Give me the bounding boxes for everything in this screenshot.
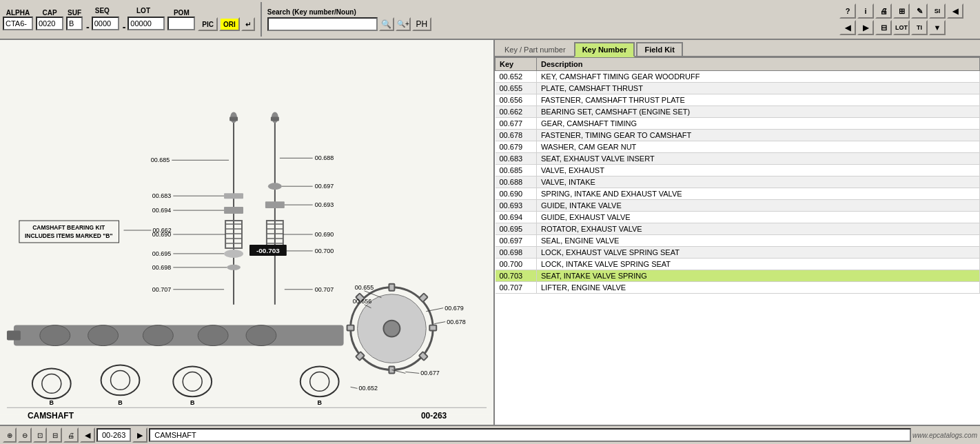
pom-group: POM [167, 9, 195, 30]
table-row[interactable]: 00.655PLATE, CAMSHAFT THRUST [496, 83, 980, 94]
svg-rect-37 [389, 366, 394, 373]
suf-input[interactable] [66, 17, 83, 30]
tab-field-kit[interactable]: Field Kit [636, 42, 682, 56]
svg-text:00.662: 00.662 [152, 227, 171, 234]
table-row[interactable]: 00.683SEAT, EXHAUST VALVE INSERT [496, 153, 980, 165]
cell-key: 00.707 [496, 282, 537, 294]
search-row: 🔍 🔍+ PH [267, 17, 431, 31]
alpha-input[interactable] [3, 17, 33, 30]
cell-description: PLATE, CAMSHAFT THRUST [537, 83, 980, 94]
suf-group: SUF [66, 9, 83, 30]
svg-text:00.690: 00.690 [315, 231, 334, 238]
svg-text:00.678: 00.678 [447, 319, 465, 325]
cell-description: LOCK, EXHAUST VALVE SPRING SEAT [537, 247, 980, 259]
table-row[interactable]: 00.697SEAL, ENGINE VALVE [496, 235, 980, 247]
cell-description: FASTENER, CAMSHAFT THRUST PLATE [537, 94, 980, 106]
lot-input[interactable] [127, 17, 165, 30]
alpha-label: ALPHA [6, 9, 30, 17]
table-row[interactable]: 00.679WASHER, CAM GEAR NUT [496, 141, 980, 153]
arrow-button[interactable]: ↵ [241, 17, 255, 31]
info-icon-btn[interactable]: i [857, 3, 874, 19]
pom-input[interactable] [167, 17, 195, 30]
si-btn[interactable]: SI [929, 3, 946, 19]
svg-point-28 [88, 325, 119, 346]
cell-key: 00.700 [496, 259, 537, 270]
cell-key: 00.694 [496, 212, 537, 223]
print-icon-btn[interactable]: 🖨 [875, 3, 892, 19]
cell-key: 00.697 [496, 235, 537, 247]
svg-text:B: B [317, 399, 322, 406]
svg-text:00.656: 00.656 [353, 298, 371, 305]
seq-label: SEQ [95, 7, 110, 14]
search-button[interactable]: 🔍 [379, 17, 394, 31]
print-status-btn[interactable]: 🖨 [63, 427, 79, 443]
cell-description: BEARING SET, CAMSHAFT (ENGINE SET) [537, 106, 980, 118]
svg-text:00.693: 00.693 [315, 201, 334, 208]
svg-text:B: B [50, 399, 54, 406]
cell-description: SEAT, EXHAUST VALVE INSERT [537, 153, 980, 165]
table-row[interactable]: 00.656FASTENER, CAMSHAFT THRUST PLATE [496, 94, 980, 106]
table-row[interactable]: 00.695ROTATOR, EXHAUST VALVE [496, 223, 980, 235]
help-icon-btn[interactable]: ? [839, 3, 856, 19]
svg-point-27 [40, 325, 70, 346]
thumbnail-btn[interactable]: ⊟ [48, 427, 62, 443]
prev-btn[interactable]: ◀ [839, 20, 856, 35]
search-section: Search (Key number/Noun) 🔍 🔍+ PH [267, 8, 431, 31]
table-row[interactable]: 00.707LIFTER, ENGINE VALVE [496, 282, 980, 294]
cap-group: CAP [36, 9, 63, 30]
table-row[interactable]: 00.662BEARING SET, CAMSHAFT (ENGINE SET) [496, 106, 980, 118]
table-row[interactable]: 00.652KEY, CAMSHAFT TIMING GEAR WOODRUFF [496, 71, 980, 83]
table-row[interactable]: 00.678FASTENER, TIMING GEAR TO CAMSHAFT [496, 130, 980, 141]
ti-btn[interactable]: TI [911, 20, 928, 35]
table-row[interactable]: 00.688VALVE, INTAKE [496, 176, 980, 188]
search-input[interactable] [267, 17, 378, 31]
table-row[interactable]: 00.698LOCK, EXHAUST VALVE SPRING SEAT [496, 247, 980, 259]
table-row[interactable]: 00.694GUIDE, EXHAUST VALVE [496, 212, 980, 223]
seq-input[interactable] [92, 17, 119, 30]
page-description: CAMSHAFT [149, 428, 911, 442]
cell-description: FASTENER, TIMING GEAR TO CAMSHAFT [537, 130, 980, 141]
ori-button[interactable]: ORI [219, 17, 240, 31]
next-btn[interactable]: ▶ [857, 20, 874, 35]
table-row[interactable]: 00.677GEAR, CAMSHAFT TIMING [496, 118, 980, 130]
svg-text:CAMSHAFT: CAMSHAFT [28, 411, 74, 421]
collapse-btn[interactable]: ⊟ [875, 20, 892, 35]
fit-btn[interactable]: ⊡ [33, 427, 47, 443]
svg-text:00.707: 00.707 [152, 286, 171, 293]
table-row[interactable]: 00.703SEAT, INTAKE VALVE SPRING [496, 270, 980, 282]
cell-key: 00.703 [496, 270, 537, 282]
cell-description: KEY, CAMSHAFT TIMING GEAR WOODRUFF [537, 71, 980, 83]
cell-key: 00.656 [496, 94, 537, 106]
table-body: 00.652KEY, CAMSHAFT TIMING GEAR WOODRUFF… [496, 71, 980, 294]
prev-page-btn[interactable]: ◀ [80, 427, 95, 443]
lot-btn[interactable]: LOT [893, 20, 910, 35]
cell-description: VALVE, INTAKE [537, 176, 980, 188]
svg-text:00.700: 00.700 [315, 248, 334, 254]
svg-rect-8 [224, 207, 243, 214]
table-row[interactable]: 00.690SPRING, INTAKE AND EXHAUST VALVE [496, 188, 980, 200]
zoom-button[interactable]: 🔍+ [396, 17, 411, 31]
parts-table[interactable]: Key Description 00.652KEY, CAMSHAFT TIMI… [495, 57, 980, 425]
down-btn[interactable]: ▼ [929, 20, 946, 35]
tabs-bar: Key / Part number Key Number Field Kit [495, 40, 980, 57]
svg-point-17 [268, 183, 282, 190]
zoom-out-btn[interactable]: ⊖ [18, 427, 32, 443]
ph-button[interactable]: PH [412, 17, 431, 31]
statusbar: ⊕ ⊖ ⊡ ⊟ 🖨 ◀ 00-263 ▶ CAMSHAFT www.epcata… [0, 425, 980, 444]
zoom-in-btn[interactable]: ⊕ [3, 427, 17, 443]
cap-input[interactable] [36, 17, 63, 30]
table-row[interactable]: 00.693GUIDE, INTAKE VALVE [496, 200, 980, 212]
table-row[interactable]: 00.700LOCK, INTAKE VALVE SPRING SEAT [496, 259, 980, 270]
back-btn[interactable]: ◀ [947, 3, 963, 19]
next-page-btn[interactable]: ▶ [132, 427, 147, 443]
pic-button[interactable]: PIC [198, 17, 218, 31]
table-row[interactable]: 00.685VALVE, EXHAUST [496, 165, 980, 176]
cell-description: ROTATOR, EXHAUST VALVE [537, 223, 980, 235]
cell-description: LIFTER, ENGINE VALVE [537, 282, 980, 294]
diagram-svg: B B B B 00.685 00.688 [0, 40, 493, 425]
cell-description: VALVE, EXHAUST [537, 165, 980, 176]
grid-icon-btn[interactable]: ⊞ [893, 3, 910, 19]
cell-key: 00.695 [496, 223, 537, 235]
edit-icon-btn[interactable]: ✎ [911, 3, 928, 19]
tab-key-number[interactable]: Key Number [574, 42, 635, 57]
